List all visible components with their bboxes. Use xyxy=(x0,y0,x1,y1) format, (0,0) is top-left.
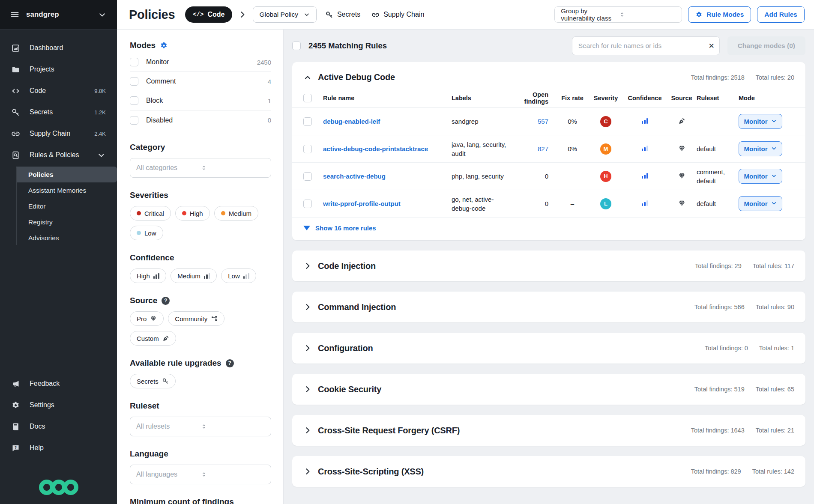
rule-labels: sandgrep xyxy=(452,117,512,126)
language-select[interactable]: All languages xyxy=(130,465,271,484)
expand-group-icon[interactable] xyxy=(303,385,312,394)
rule-labels: java, lang, security, audit xyxy=(452,140,512,158)
mode-dropdown[interactable]: Monitor xyxy=(739,114,782,129)
row-checkbox[interactable] xyxy=(303,200,312,208)
sidebar-item-advisories[interactable]: Advisories xyxy=(16,230,117,246)
mode-checkbox[interactable] xyxy=(130,96,138,105)
show-more-rules[interactable]: Show 16 more rules xyxy=(292,218,805,240)
category-select[interactable]: All categories xyxy=(130,158,271,178)
confidence-chip-medium[interactable]: Medium xyxy=(171,268,217,283)
source-chip-custom[interactable]: Custom xyxy=(130,331,176,346)
sidebar-item-editor[interactable]: Editor xyxy=(16,198,117,214)
group-title: Cross-Site-Scripting (XSS) xyxy=(318,467,424,477)
expand-group-icon[interactable] xyxy=(303,262,312,270)
severity-badge: M xyxy=(600,143,611,155)
severity-chip-high[interactable]: High xyxy=(175,206,210,221)
select-group-checkbox[interactable] xyxy=(303,94,312,102)
open-findings-count[interactable]: 557 xyxy=(512,118,556,125)
tab-supply-chain[interactable]: Supply Chain xyxy=(369,11,427,19)
tab-secrets[interactable]: Secrets xyxy=(323,11,363,19)
select-all-checkbox[interactable] xyxy=(292,42,301,50)
tab-code[interactable]: </> Code xyxy=(185,6,232,23)
confidence-bars-icon xyxy=(642,173,648,179)
chip-label: High xyxy=(190,210,203,217)
column-header-rule-name: Rule name xyxy=(323,95,452,101)
confidence-chip-high[interactable]: High xyxy=(130,268,166,283)
sidebar-item-code[interactable]: Code9.8K xyxy=(0,80,117,101)
rule-modes-button[interactable]: Rule Modes xyxy=(688,6,751,23)
filter-panel: Modes Monitor2450Comment4Block1Disabled0… xyxy=(117,30,284,504)
collapse-group-icon[interactable] xyxy=(303,73,312,82)
rule-name-link[interactable]: active-debug-code-printstacktrace xyxy=(323,145,452,152)
sidebar-item-secrets[interactable]: Secrets1.2K xyxy=(0,101,117,123)
help-icon[interactable]: ? xyxy=(226,359,234,367)
logo xyxy=(0,465,117,504)
updown-icon xyxy=(619,11,676,18)
sidebar-item-feedback[interactable]: Feedback xyxy=(0,373,117,394)
help-icon[interactable]: ? xyxy=(162,297,170,305)
megaphone-icon xyxy=(11,379,20,388)
rule-name-link[interactable]: search-active-debug xyxy=(323,173,452,180)
sidebar-item-supply-chain[interactable]: Supply Chain2.4K xyxy=(0,123,117,144)
add-rules-button[interactable]: Add Rules xyxy=(757,6,805,23)
hamburger-menu-icon[interactable] xyxy=(10,10,19,19)
open-findings-count[interactable]: 827 xyxy=(512,145,556,152)
mode-checkbox[interactable] xyxy=(130,58,138,66)
folder-icon xyxy=(11,65,20,74)
row-checkbox[interactable] xyxy=(303,172,312,181)
sidebar-item-projects[interactable]: Projects xyxy=(0,59,117,80)
mode-dropdown[interactable]: Monitor xyxy=(739,196,782,211)
sidebar-item-policies[interactable]: Policies xyxy=(16,167,117,182)
rule-name-link[interactable]: debug-enabled-leif xyxy=(323,118,452,125)
clear-search-icon[interactable]: ✕ xyxy=(708,42,714,51)
sidebar-item-dashboard[interactable]: Dashboard xyxy=(0,37,117,59)
group-totals: Total findings: 829Total rules: 142 xyxy=(691,468,794,475)
search-input[interactable] xyxy=(572,36,720,55)
sidebar-item-badge: 1.2K xyxy=(94,109,106,116)
expand-group-icon[interactable] xyxy=(303,467,312,476)
mode-checkbox[interactable] xyxy=(130,116,138,125)
confidence-chip-low[interactable]: Low xyxy=(221,268,256,283)
confidence-cell xyxy=(623,145,667,152)
expand-group-icon[interactable] xyxy=(303,344,312,352)
rule-modes-label: Rule Modes xyxy=(706,11,744,18)
mode-checkbox[interactable] xyxy=(130,77,138,86)
total-findings: Total findings: 29 xyxy=(695,262,742,269)
source-chip-community[interactable]: Community xyxy=(168,311,224,326)
column-header-labels: Labels xyxy=(452,95,512,101)
sidebar-item-rules-policies[interactable]: Rules & Policies xyxy=(0,144,117,166)
change-modes-button[interactable]: Change modes (0) xyxy=(727,36,805,55)
total-rules: Total rules: 21 xyxy=(756,427,794,434)
ruleset-select[interactable]: All rulesets xyxy=(130,417,271,436)
row-checkbox[interactable] xyxy=(303,145,312,153)
severity-chip-low[interactable]: Low xyxy=(130,226,163,240)
severity-chip-critical[interactable]: Critical xyxy=(130,206,171,221)
severity-chip-medium[interactable]: Medium xyxy=(214,206,258,221)
group-title: Cross-Site Request Forgery (CSRF) xyxy=(318,426,460,435)
sidebar-item-docs[interactable]: Docs xyxy=(0,416,117,437)
language-placeholder: All languages xyxy=(136,471,201,478)
row-checkbox[interactable] xyxy=(303,117,312,126)
sidebar-item-help[interactable]: ?Help xyxy=(0,437,117,459)
gear-icon[interactable] xyxy=(160,42,168,50)
table-row: search-active-debugphp, lang, security0–… xyxy=(292,163,805,190)
group-header: Cross-Site Request Forgery (CSRF)Total f… xyxy=(292,415,805,446)
expand-group-icon[interactable] xyxy=(303,303,312,311)
mode-dropdown[interactable]: Monitor xyxy=(739,141,782,156)
group-title: Configuration xyxy=(318,343,373,353)
sidebar-item-registry[interactable]: Registry xyxy=(16,214,117,230)
group-title: Command Injection xyxy=(318,302,396,312)
total-rules: Total rules: 117 xyxy=(753,262,794,269)
total-findings: Total findings: 1643 xyxy=(691,427,745,434)
source-chip-pro[interactable]: Pro xyxy=(130,311,164,326)
org-switcher[interactable]: sandgrep xyxy=(0,0,117,30)
expand-group-icon[interactable] xyxy=(303,426,312,435)
group-by-select[interactable]: Group by vulnerability class xyxy=(554,6,682,23)
rule-name-link[interactable]: write-pprof-profile-output xyxy=(323,200,452,207)
sidebar-item-settings[interactable]: Settings xyxy=(0,394,117,416)
upgrade-chip-secrets[interactable]: Secrets xyxy=(130,374,176,388)
sidebar-item-label: Rules & Policies xyxy=(30,151,87,159)
sidebar-item-assistant-memories[interactable]: Assistant Memories xyxy=(16,182,117,198)
mode-dropdown[interactable]: Monitor xyxy=(739,169,782,184)
policy-dropdown[interactable]: Global Policy xyxy=(253,6,316,23)
